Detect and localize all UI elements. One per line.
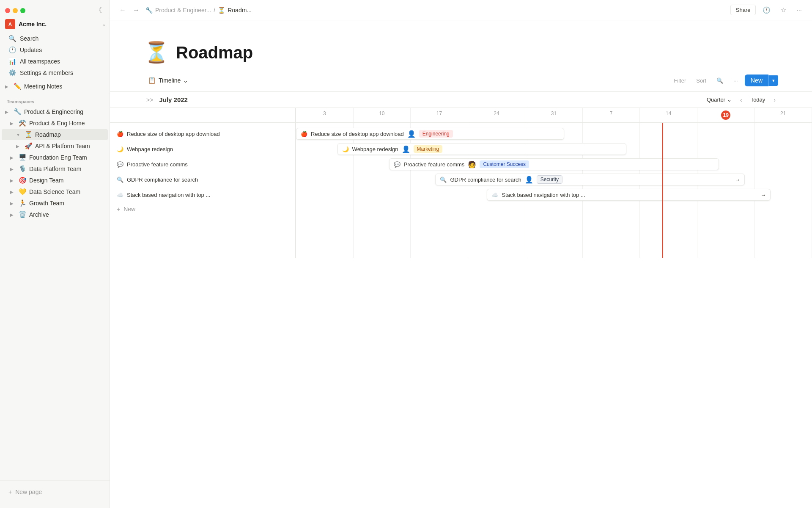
sidebar-nav: 🔍 Search 🕐 Updates 📊 All teamspaces ⚙️ S… (0, 33, 110, 79)
monitor-icon: 🖥️ (19, 154, 27, 161)
timeline-header: >> July 2022 Quarter ⌄ ‹ Today › (110, 92, 812, 108)
growth-team-label: Growth Team (29, 200, 64, 207)
task-bars: 🍎 Reduce size of desktop app download 👤 … (296, 123, 812, 206)
product-eng-label: Product & Engineering (24, 108, 83, 115)
traffic-light-close[interactable] (5, 8, 10, 13)
task-row-5[interactable]: ☁️ Stack based navigation with top ... → (296, 187, 812, 202)
workspace-icon: A (5, 19, 15, 29)
sidebar-item-settings[interactable]: ⚙️ Settings & members (2, 67, 108, 78)
task4-tag: Security (537, 175, 562, 184)
sidebar-item-growth-team[interactable]: ▶ 🏃 Growth Team (2, 198, 108, 209)
sidebar-item-api-platform[interactable]: ▶ 🚀 API & Platform Team (2, 141, 108, 152)
arrow-icon: ▶ (10, 155, 16, 160)
lp-item-task5[interactable]: ☁️ Stack based navigation with top ... (110, 187, 295, 202)
history-button[interactable]: 🕐 (759, 5, 774, 16)
sidebar-item-settings-label: Settings & members (20, 69, 73, 76)
page-toolbar: 📋 Timeline ⌄ Filter Sort 🔍 ··· New ▾ (110, 75, 812, 92)
task-row-3[interactable]: 💬 Proactive feature comms 🧑 Customer Suc… (296, 157, 812, 172)
sidebar-item-product-eng-home[interactable]: ▶ ⚒️ Product & Eng Home (2, 118, 108, 129)
new-page-button[interactable]: + New page (3, 486, 106, 498)
task1-label: Reduce size of desktop app download (311, 131, 404, 137)
breadcrumb-parent-icon: 🔧 (145, 7, 153, 14)
sidebar-collapse-button[interactable]: 《 (93, 5, 104, 16)
rocket-icon: 🚀 (25, 142, 33, 150)
task-bar-3[interactable]: 💬 Proactive feature comms 🧑 Customer Suc… (389, 158, 719, 170)
main-content: ← → 🔧 Product & Engineer... / ⏳ Roadm...… (110, 0, 812, 508)
today-line (662, 123, 663, 258)
task-bar-4[interactable]: 🔍 GDPR compliance for search 👤 Security … (435, 174, 745, 185)
topbar-navigation: ← → (117, 5, 142, 16)
topbar: ← → 🔧 Product & Engineer... / ⏳ Roadm...… (110, 0, 812, 20)
gear-icon: ⚙️ (8, 69, 16, 77)
page-title: Roadmap (176, 43, 253, 62)
task-row-1[interactable]: 🍎 Reduce size of desktop app download 👤 … (296, 126, 812, 141)
cloud-icon: ☁️ (117, 192, 123, 198)
timeline-view-icon: 📋 (148, 77, 156, 84)
trash-icon: 🗑️ (19, 211, 27, 218)
task3-label: Proactive feature comms (404, 161, 465, 168)
sidebar-item-teamspaces-label: All teamspaces (20, 58, 60, 65)
sort-button[interactable]: Sort (693, 76, 710, 86)
sidebar-item-foundation-eng[interactable]: ▶ 🖥️ Foundation Eng Team (2, 152, 108, 163)
quarter-selector-button[interactable]: Quarter ⌄ (703, 95, 735, 104)
sidebar-item-archive[interactable]: ▶ 🗑️ Archive (2, 209, 108, 220)
back-button[interactable]: ← (117, 5, 129, 16)
sidebar-item-search[interactable]: 🔍 Search (2, 33, 108, 44)
wrench-icon: 🔧 (14, 108, 22, 116)
arrow-icon: ▶ (10, 167, 16, 171)
sidebar-tree: ▶ 🔧 Product & Engineering ▶ ⚒️ Product &… (0, 106, 110, 221)
sidebar-item-roadmap[interactable]: ▼ ⏳ Roadmap (2, 129, 108, 140)
lp-item-task1[interactable]: 🍎 Reduce size of desktop app download (110, 126, 295, 141)
more-toolbar-button[interactable]: ··· (730, 76, 741, 86)
sidebar-item-updates-label: Updates (20, 47, 42, 53)
sidebar-item-data-science[interactable]: ▶ 💛 Data Science Team (2, 186, 108, 197)
sidebar-item-design-team[interactable]: ▶ 🎯 Design Team (2, 175, 108, 186)
timeline-skip-button[interactable]: >> (144, 96, 156, 104)
date-col-10: 10 (354, 108, 411, 122)
sidebar-item-product-eng[interactable]: ▶ 🔧 Product & Engineering (2, 106, 108, 117)
lp-item-task4[interactable]: 🔍 GDPR compliance for search (110, 172, 295, 187)
workspace-header[interactable]: A Acme Inc. ⌄ (0, 17, 110, 33)
traffic-light-minimize[interactable] (13, 8, 18, 13)
view-selector-button[interactable]: 📋 Timeline ⌄ (144, 75, 192, 86)
task-row-4[interactable]: 🔍 GDPR compliance for search 👤 Security … (296, 172, 812, 187)
timeline-prev-button[interactable]: ‹ (738, 96, 745, 104)
task2-label: Webpage redesign (352, 146, 398, 152)
breadcrumb-parent[interactable]: Product & Engineer... (155, 7, 211, 14)
task-row-2[interactable]: 🌙 Webpage redesign 👤 Marketing (296, 141, 812, 157)
share-button[interactable]: Share (730, 5, 756, 15)
lp-item-task2[interactable]: 🌙 Webpage redesign (110, 141, 295, 157)
filter-button[interactable]: Filter (670, 76, 689, 86)
traffic-light-maximize[interactable] (20, 8, 25, 13)
sidebar-item-data-platform[interactable]: ▶ 🎙️ Data Platform Team (2, 163, 108, 174)
quarter-chevron-icon: ⌄ (727, 97, 732, 103)
new-chevron-button[interactable]: ▾ (768, 75, 778, 86)
new-row-button[interactable]: + New (110, 202, 295, 216)
task-bar-1[interactable]: 🍎 Reduce size of desktop app download 👤 … (296, 128, 564, 140)
page-header: ⏳ Roadmap (110, 20, 812, 75)
sidebar-item-all-teamspaces[interactable]: 📊 All teamspaces (2, 56, 108, 67)
task4-avatar: 👤 (525, 176, 533, 184)
forward-button[interactable]: → (130, 5, 142, 16)
date-label: 14 (666, 110, 671, 116)
view-label: Timeline (159, 77, 181, 84)
timeline-next-button[interactable]: › (771, 96, 778, 104)
search-toolbar-button[interactable]: 🔍 (713, 76, 727, 86)
task-bar-2[interactable]: 🌙 Webpage redesign 👤 Marketing (337, 143, 626, 155)
speech-icon: 💬 (117, 161, 123, 168)
data-science-label: Data Science Team (29, 188, 80, 195)
apple-icon: 🍎 (117, 131, 123, 137)
date-header-row: 3 10 17 24 31 7 14 19 21 (296, 108, 812, 122)
task1-tag: Engineering (419, 130, 453, 138)
favorite-button[interactable]: ☆ (777, 5, 790, 16)
sidebar-item-meeting-notes[interactable]: ▶ ✏️ Meeting Notes (2, 81, 108, 92)
task5-arrow-icon: → (760, 192, 766, 198)
task-bar-5[interactable]: ☁️ Stack based navigation with top ... → (487, 189, 771, 201)
arrow-icon: ▶ (5, 110, 11, 114)
new-main-button[interactable]: New (745, 75, 768, 86)
more-button[interactable]: ··· (793, 5, 805, 15)
lp-item-task3[interactable]: 💬 Proactive feature comms (110, 157, 295, 172)
sidebar-item-updates[interactable]: 🕐 Updates (2, 44, 108, 55)
today-button[interactable]: Today (747, 95, 769, 104)
cloud-icon: ☁️ (491, 192, 498, 198)
